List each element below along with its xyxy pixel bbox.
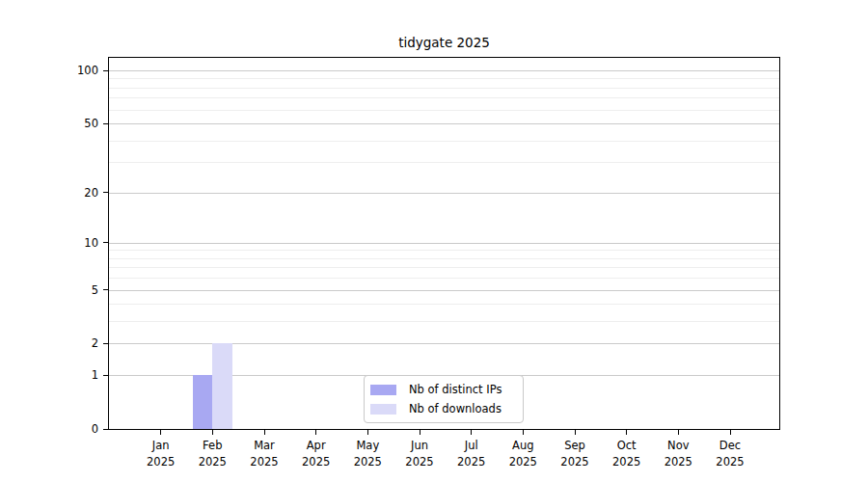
x-axis-tick-label: Nov2025 bbox=[651, 438, 705, 469]
plot-area: Nb of distinct IPsNb of downloads 012510… bbox=[108, 57, 780, 430]
year-label: 2025 bbox=[703, 454, 757, 470]
legend-label: Nb of downloads bbox=[409, 402, 502, 415]
y-axis-tick-label: 1 bbox=[55, 368, 98, 382]
legend-swatch bbox=[370, 404, 396, 415]
month-label: Jan bbox=[134, 438, 188, 454]
month-label: May bbox=[340, 438, 394, 454]
minor-gridline bbox=[109, 258, 779, 259]
y-axis-tick bbox=[103, 429, 108, 430]
y-axis-tick-label: 20 bbox=[55, 186, 98, 200]
y-axis-tick-label: 2 bbox=[55, 336, 98, 350]
minor-gridline bbox=[109, 88, 779, 89]
y-axis-tick-label: 10 bbox=[55, 236, 98, 250]
month-label: Feb bbox=[185, 438, 239, 454]
year-label: 2025 bbox=[393, 454, 447, 470]
x-axis-tick bbox=[264, 430, 265, 435]
major-gridline bbox=[109, 193, 779, 194]
x-axis-tick-label: Jul2025 bbox=[445, 438, 499, 469]
major-gridline bbox=[109, 290, 779, 291]
year-label: 2025 bbox=[548, 454, 602, 470]
y-axis-tick bbox=[103, 343, 108, 344]
y-axis-tick-label: 0 bbox=[55, 422, 98, 436]
y-axis-tick-label: 100 bbox=[55, 64, 98, 77]
year-label: 2025 bbox=[340, 454, 394, 470]
minor-gridline bbox=[109, 141, 779, 142]
major-gridline bbox=[109, 70, 779, 71]
minor-gridline bbox=[109, 78, 779, 79]
major-gridline bbox=[109, 123, 779, 124]
legend: Nb of distinct IPsNb of downloads bbox=[364, 375, 524, 423]
x-axis-tick-label: Dec2025 bbox=[703, 438, 757, 469]
x-axis-tick bbox=[160, 430, 161, 435]
minor-gridline bbox=[109, 250, 779, 251]
year-label: 2025 bbox=[289, 454, 343, 470]
y-axis-tick bbox=[103, 70, 108, 71]
x-axis-tick bbox=[523, 430, 524, 435]
x-axis-tick-label: May2025 bbox=[340, 438, 394, 469]
major-gridline bbox=[109, 243, 779, 244]
x-axis-tick-label: Mar2025 bbox=[237, 438, 291, 469]
bar-nb-of-distinct-ips bbox=[193, 375, 213, 429]
y-axis-tick bbox=[103, 123, 108, 124]
year-label: 2025 bbox=[496, 454, 550, 470]
minor-gridline bbox=[109, 162, 779, 163]
x-axis-tick bbox=[626, 430, 627, 435]
y-axis-tick bbox=[103, 192, 108, 193]
year-label: 2025 bbox=[237, 454, 291, 470]
x-axis-tick-label: Sep2025 bbox=[548, 438, 602, 469]
year-label: 2025 bbox=[134, 454, 188, 470]
year-label: 2025 bbox=[185, 454, 239, 470]
month-label: Aug bbox=[496, 438, 550, 454]
minor-gridline bbox=[109, 110, 779, 111]
x-axis-tick bbox=[420, 430, 420, 435]
year-label: 2025 bbox=[600, 454, 654, 470]
major-gridline bbox=[109, 343, 779, 344]
x-axis-tick bbox=[678, 430, 679, 435]
legend-row: Nb of distinct IPs bbox=[370, 383, 515, 396]
x-axis-tick bbox=[212, 430, 213, 435]
x-axis-tick bbox=[730, 430, 731, 435]
month-label: Sep bbox=[548, 438, 602, 454]
minor-gridline bbox=[109, 97, 779, 98]
minor-gridline bbox=[109, 304, 779, 305]
minor-gridline bbox=[109, 278, 779, 279]
month-label: Dec bbox=[703, 438, 757, 454]
y-axis-tick-label: 50 bbox=[55, 117, 98, 130]
minor-gridline bbox=[109, 267, 779, 268]
month-label: Jul bbox=[445, 438, 499, 454]
month-label: Oct bbox=[600, 438, 654, 454]
legend-label: Nb of distinct IPs bbox=[409, 383, 502, 396]
chart-title: tidygate 2025 bbox=[108, 35, 780, 50]
x-axis-tick-label: Oct2025 bbox=[600, 438, 654, 469]
legend-swatch bbox=[370, 385, 396, 395]
month-label: Jun bbox=[393, 438, 447, 454]
x-axis-tick-label: Jun2025 bbox=[393, 438, 447, 469]
y-axis-tick bbox=[103, 375, 108, 376]
year-label: 2025 bbox=[651, 454, 705, 470]
figure: tidygate 2025 Nb of distinct IPsNb of do… bbox=[0, 0, 868, 482]
x-axis-tick-label: Feb2025 bbox=[185, 438, 239, 469]
month-label: Nov bbox=[651, 438, 705, 454]
x-axis-tick-label: Aug2025 bbox=[496, 438, 550, 469]
x-axis-tick bbox=[575, 430, 576, 435]
y-axis-tick bbox=[103, 242, 108, 243]
x-axis-tick bbox=[315, 430, 316, 435]
x-axis-tick bbox=[471, 430, 472, 435]
y-axis-tick bbox=[103, 289, 108, 290]
x-axis-tick-label: Apr2025 bbox=[289, 438, 343, 469]
month-label: Mar bbox=[237, 438, 291, 454]
x-axis-tick bbox=[367, 430, 368, 435]
year-label: 2025 bbox=[445, 454, 499, 470]
month-label: Apr bbox=[289, 438, 343, 454]
minor-gridline bbox=[109, 321, 779, 322]
x-axis-tick-label: Jan2025 bbox=[134, 438, 188, 469]
bar-nb-of-downloads bbox=[212, 343, 232, 429]
legend-row: Nb of downloads bbox=[370, 402, 515, 415]
y-axis-tick-label: 5 bbox=[55, 283, 98, 297]
